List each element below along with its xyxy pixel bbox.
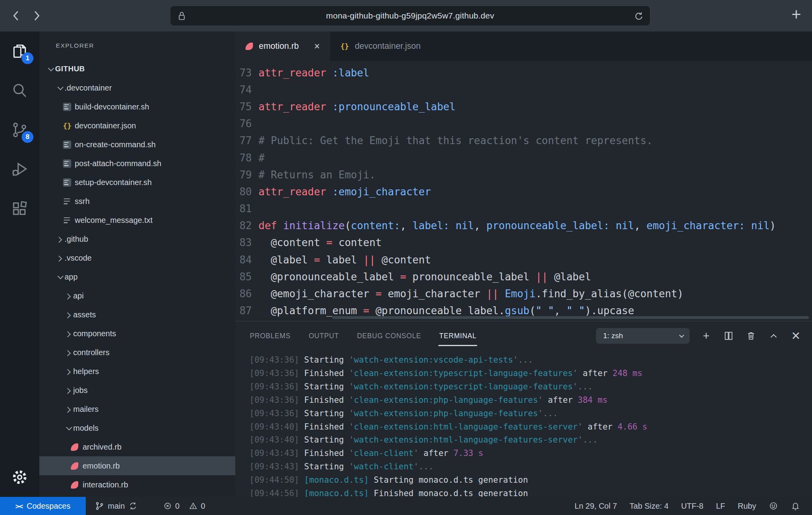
settings-gear-button[interactable] — [0, 458, 39, 497]
ruby-file-icon — [71, 481, 78, 489]
code-text: @content = content — [258, 237, 382, 248]
line-number: 83 — [235, 237, 252, 248]
code-editor[interactable]: 73attr_reader :label7475attr_reader :pro… — [235, 61, 812, 321]
extensions-activity-button[interactable] — [0, 189, 39, 228]
tree-item-label: welcome_message.txt — [75, 216, 153, 225]
code-text: @emoji_character = emoji_character || Em… — [258, 288, 683, 300]
problems-status-button[interactable]: 0 0 — [163, 502, 205, 511]
chevron-right-icon — [54, 256, 65, 260]
tab-size-status[interactable]: Tab Size: 4 — [629, 502, 668, 511]
address-bar[interactable]: mona-github-github-g59jpq2w5w7.github.de… — [170, 6, 650, 26]
code-line: 88 — [235, 319, 812, 321]
eol-status[interactable]: LF — [716, 502, 725, 511]
bottom-panel: PROBLEMSOUTPUTDEBUG CONSOLETERMINAL 1: z… — [235, 321, 812, 497]
json-file-icon: {} — [340, 42, 349, 50]
search-activity-button[interactable] — [0, 71, 39, 110]
tree-item-models[interactable]: models — [39, 419, 235, 437]
language-mode-status[interactable]: Ruby — [738, 502, 756, 511]
line-number: 81 — [235, 203, 252, 215]
source-control-activity-button[interactable]: 8 — [0, 110, 39, 150]
close-panel-button[interactable]: ✕ — [790, 330, 802, 342]
tree-item-interaction.rb[interactable]: interaction.rb — [39, 475, 235, 494]
line-number: 84 — [235, 254, 252, 266]
browser-forward-button[interactable] — [30, 9, 43, 22]
notifications-bell-icon[interactable] — [791, 501, 800, 511]
chevron-right-icon — [63, 350, 73, 355]
maximize-panel-button[interactable] — [768, 330, 779, 342]
codespaces-remote-button[interactable]: >< Codespaces — [0, 497, 86, 515]
tree-item-controllers[interactable]: controllers — [39, 343, 235, 362]
feedback-smiley-icon[interactable] — [769, 501, 778, 511]
tree-item-archived.rb[interactable]: archived.rb — [39, 437, 235, 456]
tree-item-helpers[interactable]: helpers — [39, 362, 235, 381]
error-count: 0 — [175, 502, 179, 511]
terminal-output[interactable]: [09:43:36] Starting 'watch-extension:vsc… — [235, 350, 812, 497]
tree-item-label: controllers — [73, 348, 109, 357]
text-file-icon — [63, 216, 71, 224]
line-number: 79 — [235, 169, 252, 181]
tree-item-label: jobs — [73, 386, 88, 395]
close-tab-icon[interactable]: × — [314, 41, 320, 51]
chevron-down-icon — [54, 86, 65, 90]
explorer-activity-button[interactable]: 1 — [0, 31, 39, 71]
tab-emotion-rb[interactable]: emotion.rb × — [235, 31, 330, 61]
tree-item-ssrh[interactable]: ssrh — [39, 192, 235, 211]
tree-item-.github[interactable]: .github — [39, 230, 235, 248]
terminal-shell-select[interactable]: 1: zsh — [596, 328, 690, 344]
tree-item-label: models — [73, 424, 98, 433]
tree-item-welcome_message.txt[interactable]: welcome_message.txt — [39, 211, 235, 230]
git-branch-button[interactable]: main — [95, 502, 137, 511]
code-line: 82def initialize(content:, label: nil, p… — [235, 217, 812, 234]
tab-devcontainer-json[interactable]: {} devcontainer.json — [330, 31, 431, 61]
branch-icon — [95, 502, 104, 510]
tree-item-setup-devcontainer.sh[interactable]: setup-devcontainer.sh — [39, 173, 235, 192]
tree-item-assets[interactable]: assets — [39, 305, 235, 324]
tree-item-build-devcontainer.sh[interactable]: build-devcontainer.sh — [39, 97, 235, 116]
split-terminal-button[interactable] — [723, 330, 734, 342]
new-tab-button[interactable]: + — [789, 9, 803, 23]
tree-item-api[interactable]: api — [39, 286, 235, 305]
chevron-down-icon — [45, 67, 55, 71]
tree-item-label: helpers — [73, 367, 99, 376]
tree-item-jobs[interactable]: jobs — [39, 381, 235, 400]
tree-item-app[interactable]: app — [39, 267, 235, 286]
encoding-status[interactable]: UTF-8 — [681, 502, 703, 511]
line-number: 86 — [235, 288, 252, 300]
editor-horizontal-scrollbar[interactable] — [332, 316, 809, 319]
panel-tab-output[interactable]: OUTPUT — [309, 321, 339, 350]
reload-icon[interactable] — [633, 11, 644, 22]
tree-item-components[interactable]: components — [39, 324, 235, 343]
tree-item-label: setup-devcontainer.sh — [75, 178, 152, 187]
tree-item-post-attach-command.sh[interactable]: post-attach-command.sh — [39, 154, 235, 173]
line-number: 87 — [235, 305, 252, 317]
tree-item-.devcontainer[interactable]: .devcontainer — [39, 78, 235, 97]
chevron-down-icon — [63, 426, 73, 430]
kill-terminal-trash-button[interactable] — [745, 330, 757, 342]
panel-tab-problems[interactable]: PROBLEMS — [250, 321, 291, 350]
shell-file-icon — [63, 178, 71, 187]
tree-item-label: post-attach-command.sh — [75, 159, 161, 168]
chevron-right-icon — [63, 294, 73, 298]
chevron-down-icon — [679, 333, 684, 338]
tree-item-GITHUB[interactable]: GITHUB — [39, 59, 235, 78]
terminal-line: [09:43:40] Finished 'clean-extension:htm… — [249, 421, 812, 434]
new-terminal-button[interactable]: + — [700, 330, 712, 342]
explorer-badge: 1 — [22, 52, 33, 64]
tree-item-.vscode[interactable]: .vscode — [39, 248, 235, 267]
terminal-line: [09:43:40] Starting 'watch-extension:htm… — [249, 433, 812, 447]
chevron-right-icon — [63, 313, 73, 317]
tree-item-on-create-command.sh[interactable]: on-create-command.sh — [39, 135, 235, 154]
terminal-line: [09:44:50] [monaco.d.ts] Starting monaco… — [249, 474, 812, 487]
browser-back-button[interactable] — [9, 9, 23, 22]
activity-bar: 1 8 — [0, 31, 39, 497]
shell-file-icon — [63, 103, 71, 111]
run-debug-activity-button[interactable] — [0, 150, 39, 189]
panel-tab-terminal[interactable]: TERMINAL — [439, 321, 476, 350]
tree-item-mailers[interactable]: mailers — [39, 400, 235, 419]
tree-item-devcontainer.json[interactable]: {}devcontainer.json — [39, 116, 235, 135]
terminal-line: [09:44:56] [monaco.d.ts] Finished monaco… — [249, 487, 812, 497]
tree-item-emotion.rb[interactable]: emotion.rb — [39, 456, 235, 475]
cursor-position-status[interactable]: Ln 29, Col 7 — [574, 502, 617, 511]
panel-tab-debug-console[interactable]: DEBUG CONSOLE — [357, 321, 421, 350]
warning-count: 0 — [201, 502, 205, 511]
